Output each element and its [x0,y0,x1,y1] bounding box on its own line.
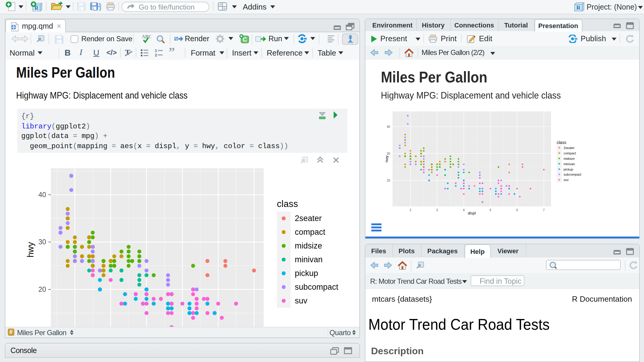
svg-text:40: 40 [386,125,390,128]
svg-text:displ: displ [468,211,476,215]
svg-text:hwy: hwy [385,155,389,162]
svg-text:40: 40 [38,191,46,199]
svg-text:class: class [556,140,566,145]
svg-text:suv: suv [295,296,308,305]
svg-text:5: 5 [489,208,491,212]
svg-text:2seater: 2seater [295,214,322,223]
svg-text:R: R [576,4,581,11]
svg-text:3: 3 [436,208,438,212]
svg-text:2seater: 2seater [563,146,574,150]
svg-text:20: 20 [386,179,390,182]
svg-text:compact: compact [563,151,576,155]
svg-text:suv: suv [563,178,569,182]
svg-text:class: class [277,199,298,209]
svg-text:7: 7 [543,208,544,212]
svg-text:1: 1 [155,49,157,53]
svg-text:subcompact: subcompact [563,173,581,176]
svg-text:minivan: minivan [563,162,575,166]
svg-text:C: C [243,36,247,42]
svg-text:2: 2 [155,53,157,56]
svg-text:pickup: pickup [563,168,573,171]
svg-text:pickup: pickup [295,269,318,278]
svg-text:6: 6 [516,208,518,212]
svg-text:20: 20 [38,286,46,293]
svg-text:midsize: midsize [563,157,574,160]
svg-text:subcompact: subcompact [295,283,338,292]
svg-text:4: 4 [463,208,464,212]
svg-text:compact: compact [295,228,326,237]
svg-text:ABC: ABC [142,34,151,39]
svg-text:2: 2 [409,208,411,212]
svg-text:30: 30 [386,152,390,155]
svg-text:hwy: hwy [26,242,35,257]
svg-text:midsize: midsize [295,241,322,250]
svg-text:minivan: minivan [295,255,323,264]
svg-text:30: 30 [38,238,46,246]
